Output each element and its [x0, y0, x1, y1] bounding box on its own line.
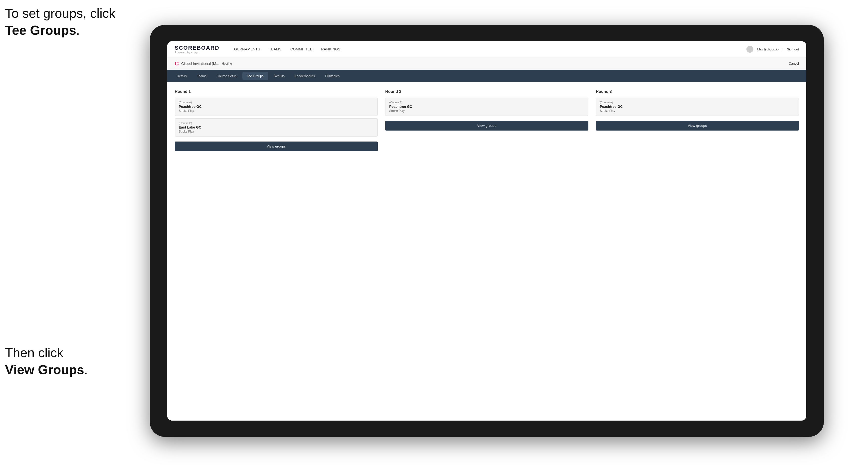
tournament-title: Clippd Invitational (M...	[181, 61, 219, 66]
instruction-tee-groups: Tee Groups	[5, 23, 76, 37]
round-2-title: Round 2	[385, 89, 588, 94]
tournament-logo-c: C	[175, 60, 179, 67]
round-1-course-a-label: (Course A)	[179, 101, 374, 104]
round-1-view-groups-button[interactable]: View groups	[175, 142, 378, 151]
round-3-column: Round 3 (Course A) Peachtree GC Stroke P…	[596, 89, 799, 151]
user-email: blair@clippd.io	[757, 48, 778, 51]
nav-links: TOURNAMENTS TEAMS COMMITTEE RANKINGS	[232, 47, 341, 51]
round-3-course-a-format: Stroke Play	[600, 109, 795, 113]
tab-printables[interactable]: Printables	[320, 72, 344, 80]
tab-details[interactable]: Details	[172, 72, 191, 80]
nav-tournaments[interactable]: TOURNAMENTS	[232, 47, 260, 51]
round-2-column: Round 2 (Course A) Peachtree GC Stroke P…	[385, 89, 588, 151]
tab-teams[interactable]: Teams	[192, 72, 211, 80]
tab-tee-groups[interactable]: Tee Groups	[242, 72, 268, 80]
sub-header: C Clippd Invitational (M... Hosting Canc…	[167, 57, 806, 70]
round-1-course-b-label: (Course B)	[179, 122, 374, 125]
tablet-device: SCOREBOARD Powered by clippit TOURNAMENT…	[150, 25, 824, 437]
cancel-button[interactable]: Cancel	[789, 62, 799, 65]
nav-committee[interactable]: COMMITTEE	[290, 47, 313, 51]
instruction-view-groups: View Groups	[5, 363, 84, 377]
tournament-name-area: C Clippd Invitational (M... Hosting	[175, 60, 232, 67]
main-content: Round 1 (Course A) Peachtree GC Stroke P…	[167, 82, 806, 421]
tab-nav: Details Teams Course Setup Tee Groups Re…	[167, 70, 806, 82]
nav-left: SCOREBOARD Powered by clippit TOURNAMENT…	[175, 45, 341, 54]
round-1-course-a-card: (Course A) Peachtree GC Stroke Play	[175, 98, 378, 116]
instruction-line1: To set groups, click	[5, 6, 115, 21]
nav-right: blair@clippd.io | Sign out	[746, 46, 799, 53]
instruction-bottom: Then click View Groups.	[5, 344, 88, 378]
logo-area: SCOREBOARD Powered by clippit	[175, 45, 219, 54]
round-3-view-groups-button[interactable]: View groups	[596, 121, 799, 130]
round-2-course-a-format: Stroke Play	[389, 109, 584, 113]
logo-text: SCOREBOARD	[175, 45, 219, 51]
hosting-badge: Hosting	[222, 62, 232, 65]
round-2-view-groups-button[interactable]: View groups	[385, 121, 588, 130]
round-1-course-b-card: (Course B) East Lake GC Stroke Play	[175, 118, 378, 136]
round-1-course-a-name: Peachtree GC	[179, 104, 374, 108]
sign-out-link[interactable]: Sign out	[787, 48, 799, 51]
round-1-course-a-format: Stroke Play	[179, 109, 374, 113]
instruction-line3: Then click	[5, 345, 63, 360]
round-2-course-a-card: (Course A) Peachtree GC Stroke Play	[385, 98, 588, 116]
round-1-column: Round 1 (Course A) Peachtree GC Stroke P…	[175, 89, 378, 151]
top-nav: SCOREBOARD Powered by clippit TOURNAMENT…	[167, 41, 806, 57]
round-2-course-a-name: Peachtree GC	[389, 104, 584, 108]
round-1-title: Round 1	[175, 89, 378, 94]
round-1-course-b-name: East Lake GC	[179, 125, 374, 129]
round-2-course-a-label: (Course A)	[389, 101, 584, 104]
instruction-top: To set groups, click Tee Groups.	[5, 5, 115, 39]
round-3-course-a-card: (Course A) Peachtree GC Stroke Play	[596, 98, 799, 116]
round-3-title: Round 3	[596, 89, 799, 94]
rounds-container: Round 1 (Course A) Peachtree GC Stroke P…	[175, 89, 799, 151]
logo-sub: Powered by clippit	[175, 51, 219, 54]
round-3-course-a-name: Peachtree GC	[600, 104, 795, 108]
nav-rankings[interactable]: RANKINGS	[321, 47, 341, 51]
round-1-course-b-format: Stroke Play	[179, 130, 374, 133]
tab-leaderboards[interactable]: Leaderboards	[290, 72, 319, 80]
round-3-course-a-label: (Course A)	[600, 101, 795, 104]
user-avatar	[746, 46, 753, 53]
tab-results[interactable]: Results	[269, 72, 289, 80]
nav-teams[interactable]: TEAMS	[269, 47, 282, 51]
tab-course-setup[interactable]: Course Setup	[212, 72, 241, 80]
tablet-screen: SCOREBOARD Powered by clippit TOURNAMENT…	[167, 41, 806, 421]
